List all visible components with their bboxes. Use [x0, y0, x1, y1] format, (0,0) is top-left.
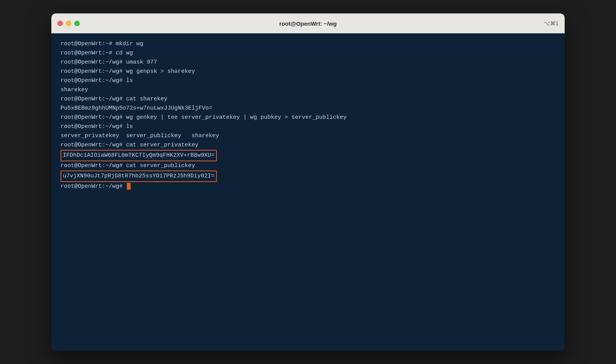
maximize-button[interactable] [74, 21, 80, 26]
minimize-button[interactable] [66, 21, 71, 26]
terminal-line: root@OpenWrt:~/wg# cat server_privatekey [61, 141, 555, 150]
terminal-line: root@OpenWrt:~/wg# cat server_publickey [61, 161, 555, 171]
terminal-line: root@OpenWrt:~/wg# ls [61, 76, 555, 85]
traffic-lights [57, 21, 80, 26]
window-shortcut: ⌥⌘1 [544, 20, 559, 26]
server-privatekey-value: IFDhDciAIOiaW68FL0mTKCTIyQm9qFHK2XV+rB8w… [61, 150, 555, 161]
terminal-line: root@OpenWrt:~/wg# wg genpsk > sharekey [61, 67, 555, 76]
titlebar: root@OpenWrt: ~/wg ⌥⌘1 [51, 13, 565, 33]
highlight-box-publickey: u7vjXN90uJt7pRjG8tR7hb25ssYOi7PRzJ5h9Diy… [61, 171, 217, 182]
close-button[interactable] [57, 21, 63, 26]
terminal-line: root@OpenWrt:~/wg# ls [61, 122, 555, 131]
terminal-line: root@OpenWrt:~/wg# umask 077 [61, 58, 555, 67]
terminal-line: server_privatekey server_publickey share… [61, 131, 555, 141]
terminal-prompt: root@OpenWrt:~/wg# [61, 182, 555, 191]
cursor [127, 183, 131, 190]
terminal-line: root@OpenWrt:~/wg# cat sharekey [61, 95, 555, 104]
window-title: root@OpenWrt: ~/wg [279, 20, 337, 27]
terminal-line: root@OpenWrt:~/wg# wg genkey | tee serve… [61, 113, 555, 122]
terminal-line: root@OpenWrt:~# cd wg [61, 49, 555, 58]
highlight-box-privatekey: IFDhDciAIOiaW68FL0mTKCTIyQm9qFHK2XV+rB8w… [61, 150, 217, 161]
sharekey-value: Pu5xBEBmz9ghhUMNp5o72s+w7nuLwxJJUgNk3Elj… [61, 104, 555, 113]
terminal-line: root@OpenWrt:~# mkdir wg [61, 39, 555, 49]
terminal-body[interactable]: root@OpenWrt:~# mkdir wg root@OpenWrt:~#… [51, 33, 565, 351]
terminal-window: root@OpenWrt: ~/wg ⌥⌘1 root@OpenWrt:~# m… [51, 13, 565, 351]
terminal-line: sharekey [61, 85, 555, 95]
server-publickey-value: u7vjXN90uJt7pRjG8tR7hb25ssYOi7PRzJ5h9Diy… [61, 171, 555, 182]
